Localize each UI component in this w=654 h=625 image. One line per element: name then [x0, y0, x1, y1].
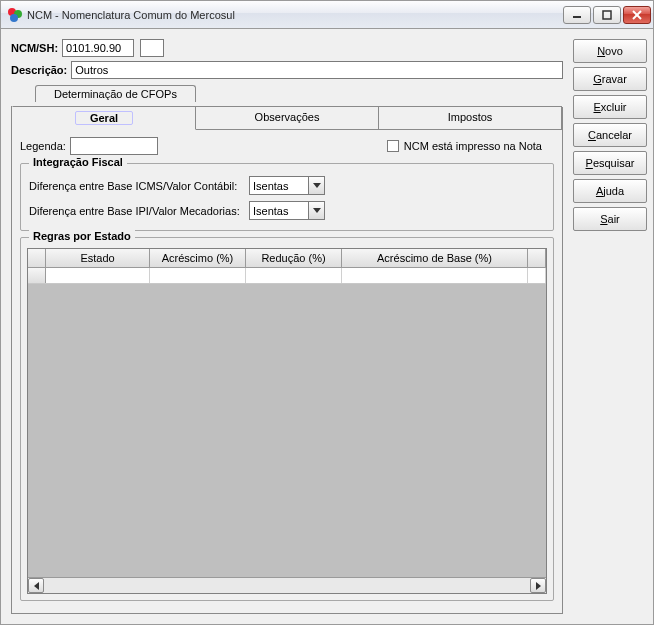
desc-row: Descrição:	[11, 61, 563, 79]
titlebar: NCM - Nomenclatura Comum do Mercosul	[1, 1, 653, 29]
col-reducao[interactable]: Redução (%)	[246, 249, 342, 267]
scroll-track[interactable]	[44, 578, 530, 593]
tab-determinacao-cfops[interactable]: Determinação de CFOPs	[35, 85, 196, 102]
lower-tabstrip: Geral Observações Impostos	[12, 106, 562, 130]
scroll-right-button[interactable]	[530, 578, 546, 593]
regras-grid[interactable]: Estado Acréscimo (%) Redução (%) Acrésci…	[27, 248, 547, 594]
main-panel: NCM/SH: Descrição: Determinação de CFOPs…	[7, 35, 567, 618]
regras-estado-group: Regras por Estado Estado Acréscimo (%) R…	[20, 237, 554, 601]
chevron-down-icon[interactable]	[308, 202, 324, 219]
grid-hscroll[interactable]	[28, 577, 546, 593]
grid-header: Estado Acréscimo (%) Redução (%) Acrésci…	[28, 249, 546, 268]
tab-geral[interactable]: Geral	[12, 106, 196, 130]
dif-icms-combo[interactable]	[249, 176, 325, 195]
legenda-row: Legenda: NCM está impresso na Nota	[20, 137, 554, 155]
excluir-button[interactable]: Excluir	[573, 95, 647, 119]
ncm-suffix-input[interactable]	[140, 39, 164, 57]
dif-ipi-combo[interactable]	[249, 201, 325, 220]
integracao-fiscal-group: Integração Fiscal Diferença entre Base I…	[20, 163, 554, 231]
dif-icms-value[interactable]	[250, 177, 308, 194]
dif-ipi-value[interactable]	[250, 202, 308, 219]
ncm-impresso-label: NCM está impresso na Nota	[404, 140, 542, 152]
window: NCM - Nomenclatura Comum do Mercosul NCM…	[0, 0, 654, 625]
ajuda-button[interactable]: Ajuda	[573, 179, 647, 203]
upper-tabstrip: Determinação de CFOPs	[11, 85, 563, 107]
sair-button[interactable]: Sair	[573, 207, 647, 231]
svg-rect-4	[603, 11, 611, 19]
tab-geral-label: Geral	[75, 111, 133, 125]
side-buttons: Novo Gravar Excluir Cancelar Pesquisar A…	[573, 35, 647, 618]
regras-estado-legend: Regras por Estado	[29, 230, 135, 242]
body: NCM/SH: Descrição: Determinação de CFOPs…	[1, 29, 653, 624]
ncm-impresso-checkbox[interactable]: NCM está impresso na Nota	[387, 140, 542, 152]
window-controls	[563, 6, 651, 24]
dif-icms-row: Diferença entre Base ICMS/Valor Contábil…	[29, 176, 545, 195]
grid-row[interactable]	[28, 268, 546, 284]
pesquisar-button[interactable]: Pesquisar	[573, 151, 647, 175]
dif-icms-label: Diferença entre Base ICMS/Valor Contábil…	[29, 180, 249, 192]
lower-tab-page: Geral Observações Impostos Legenda: NCM …	[11, 107, 563, 614]
cancelar-button[interactable]: Cancelar	[573, 123, 647, 147]
maximize-button[interactable]	[593, 6, 621, 24]
minimize-button[interactable]	[563, 6, 591, 24]
legenda-input[interactable]	[70, 137, 158, 155]
ncm-row: NCM/SH:	[11, 39, 563, 57]
ncm-code-input[interactable]	[62, 39, 134, 57]
tab-observacoes[interactable]: Observações	[196, 106, 379, 130]
col-extra[interactable]	[528, 249, 546, 267]
svg-point-2	[10, 14, 18, 22]
dif-ipi-label: Diferença entre Base IPI/Valor Mecadoria…	[29, 205, 249, 217]
integracao-fiscal-legend: Integração Fiscal	[29, 156, 127, 168]
col-estado[interactable]: Estado	[46, 249, 150, 267]
desc-input[interactable]	[71, 61, 563, 79]
grid-corner[interactable]	[28, 249, 46, 267]
gravar-button[interactable]: Gravar	[573, 67, 647, 91]
scroll-left-button[interactable]	[28, 578, 44, 593]
ncm-label: NCM/SH:	[11, 42, 58, 54]
geral-page: Legenda: NCM está impresso na Nota Integ…	[12, 131, 562, 613]
legenda-label: Legenda:	[20, 140, 66, 152]
close-button[interactable]	[623, 6, 651, 24]
desc-label: Descrição:	[11, 64, 67, 76]
dif-ipi-row: Diferença entre Base IPI/Valor Mecadoria…	[29, 201, 545, 220]
window-title: NCM - Nomenclatura Comum do Mercosul	[27, 9, 563, 21]
app-icon	[7, 7, 23, 23]
tab-impostos[interactable]: Impostos	[379, 106, 562, 130]
checkbox-box-icon	[387, 140, 399, 152]
grid-body[interactable]	[28, 284, 546, 577]
chevron-down-icon[interactable]	[308, 177, 324, 194]
col-acrescimo[interactable]: Acréscimo (%)	[150, 249, 246, 267]
col-acrescimo-base[interactable]: Acréscimo de Base (%)	[342, 249, 528, 267]
novo-button[interactable]: Novo	[573, 39, 647, 63]
